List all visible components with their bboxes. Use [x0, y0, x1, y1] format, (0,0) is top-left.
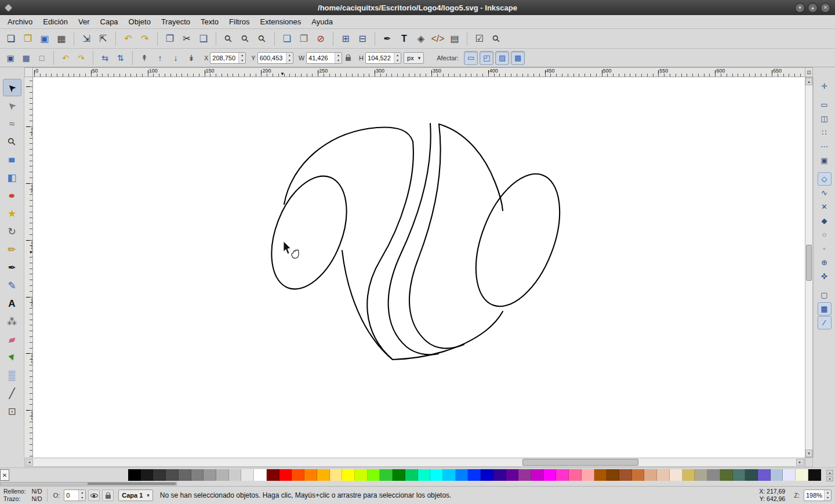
snap-cusp-nodes-toggle[interactable]: ◆: [818, 214, 832, 227]
palette-swatch[interactable]: [808, 469, 821, 481]
canvas[interactable]: [33, 77, 805, 458]
lower-button[interactable]: ↓: [168, 50, 183, 66]
sticky-zoom-button[interactable]: ⊡: [805, 67, 813, 77]
duplicate-button[interactable]: ❏: [279, 31, 295, 47]
palette-swatch[interactable]: [304, 469, 317, 481]
width-spinner[interactable]: ▴▾: [335, 53, 342, 63]
paste-button[interactable]: ❑: [195, 31, 212, 47]
select-all-layers-button[interactable]: ▦: [19, 50, 34, 66]
lock-ratio-button[interactable]: [342, 51, 354, 65]
snap-enable-toggle[interactable]: ✛: [818, 79, 832, 93]
palette-swatch[interactable]: [569, 469, 582, 481]
raise-to-top-button[interactable]: ↟: [137, 50, 152, 66]
zoom-selection-button[interactable]: ⚲: [220, 31, 237, 47]
affect-patterns-toggle[interactable]: ▩: [511, 51, 525, 65]
units-select[interactable]: px ▾: [404, 52, 424, 64]
palette-swatch[interactable]: [153, 469, 166, 481]
horizontal-scrollbar-thumb[interactable]: [522, 459, 638, 466]
tool-selector[interactable]: ➤: [3, 79, 21, 96]
palette-swatch[interactable]: [771, 469, 783, 481]
snap-page-border-toggle[interactable]: ▢: [818, 288, 832, 302]
palette-swatch[interactable]: [355, 469, 368, 481]
palette-swatch[interactable]: [456, 469, 469, 481]
snap-object-centers-toggle[interactable]: ⊕: [818, 256, 832, 269]
palette-swatch[interactable]: [216, 469, 229, 481]
fill-stroke-indicator[interactable]: Relleno: N/D Trazo: N/D: [3, 488, 42, 503]
deselect-button[interactable]: □: [34, 50, 49, 66]
palette-swatch[interactable]: [443, 469, 456, 481]
height-input[interactable]: [366, 55, 394, 61]
palette-swatch[interactable]: [241, 469, 254, 481]
palette-swatch[interactable]: [342, 469, 355, 481]
menu-texto[interactable]: Texto: [195, 16, 224, 28]
tool-spray[interactable]: ⁂: [3, 313, 21, 330]
text-dialog-button[interactable]: T: [396, 31, 412, 47]
palette-swatch[interactable]: [166, 469, 179, 481]
menu-extensiones[interactable]: Extensiones: [255, 16, 306, 28]
ungroup-button[interactable]: ⊟: [354, 31, 371, 47]
cut-button[interactable]: ✂: [179, 31, 195, 47]
opacity-spinner[interactable]: ▴▾: [78, 490, 85, 501]
tool-rectangle[interactable]: ■: [3, 151, 21, 168]
height-field[interactable]: ▴▾: [365, 52, 401, 64]
tool-tweak[interactable]: ≈: [3, 115, 21, 132]
tool-dropper[interactable]: ╱: [3, 385, 21, 402]
menu-filtros[interactable]: Filtros: [224, 16, 255, 28]
palette-swatch[interactable]: [468, 469, 481, 481]
palette-swatch[interactable]: [619, 469, 632, 481]
x-field[interactable]: ▴▾: [210, 52, 246, 64]
palette-scrollbar-thumb[interactable]: [88, 483, 176, 485]
spin-up-icon[interactable]: ▴: [286, 53, 293, 58]
spin-up-icon[interactable]: ▴: [335, 53, 342, 58]
palette-swatch[interactable]: [292, 469, 304, 481]
snap-bbox-corners-toggle[interactable]: ∷: [818, 126, 832, 139]
zoom-spinner[interactable]: ▴▾: [824, 490, 831, 501]
scroll-left-button[interactable]: ◂: [26, 459, 33, 466]
palette-swatch[interactable]: [657, 469, 670, 481]
tool-connector[interactable]: ⊡: [3, 403, 21, 420]
layer-select[interactable]: Capa 1 ▾: [118, 490, 153, 501]
palette-down-button[interactable]: ▾: [826, 476, 833, 481]
window-shade-button[interactable]: ▾: [795, 3, 805, 13]
tool-calligraphy[interactable]: ✎: [3, 277, 21, 294]
rotate-ccw-button[interactable]: ↶: [58, 50, 73, 66]
menu-capa[interactable]: Capa: [95, 16, 124, 28]
spin-down-icon[interactable]: ▾: [394, 58, 401, 63]
palette-swatch[interactable]: [582, 469, 594, 481]
tool-3dbox[interactable]: ◧: [3, 169, 21, 186]
snap-bbox-edges-toggle[interactable]: ◫: [818, 112, 832, 125]
palette-swatch[interactable]: [632, 469, 645, 481]
palette-swatch[interactable]: [330, 469, 343, 481]
spin-up-icon[interactable]: ▴: [394, 53, 401, 58]
logo-drawing[interactable]: [257, 124, 576, 360]
zoom-page-button[interactable]: ⚲: [254, 31, 270, 47]
tool-pencil[interactable]: ✏: [3, 241, 21, 258]
flip-horizontal-button[interactable]: ⇆: [97, 50, 112, 66]
palette-swatch[interactable]: [191, 469, 204, 481]
snap-grid-toggle[interactable]: ▦: [818, 302, 832, 316]
palette-swatch[interactable]: [179, 469, 191, 481]
affect-stroke-toggle[interactable]: ▭: [464, 51, 478, 65]
palette-swatch[interactable]: [317, 469, 330, 481]
tool-text[interactable]: A: [3, 295, 21, 312]
undo-button[interactable]: ↶: [120, 31, 136, 47]
palette-swatch[interactable]: [430, 469, 443, 481]
vertical-ruler[interactable]: ▸ 750700650600550500: [24, 77, 33, 458]
copy-button[interactable]: ❐: [162, 31, 178, 47]
spin-up-icon[interactable]: ▴: [239, 53, 245, 58]
palette-swatch[interactable]: [556, 469, 569, 481]
align-dialog-button[interactable]: ▤: [446, 31, 463, 47]
vertical-scrollbar-thumb[interactable]: [806, 245, 812, 281]
palette-swatch[interactable]: [204, 469, 216, 481]
rotate-cw-button[interactable]: ↷: [74, 50, 89, 66]
select-all-button[interactable]: ▣: [3, 50, 18, 66]
horizontal-ruler[interactable]: ▼ 05010015020025030035040045050055060065…: [33, 67, 805, 77]
palette-swatch[interactable]: [128, 469, 141, 481]
tool-zoom[interactable]: ⚲: [3, 133, 21, 150]
x-input[interactable]: [210, 55, 238, 61]
palette-swatch[interactable]: [707, 469, 720, 481]
y-spinner[interactable]: ▴▾: [286, 53, 293, 63]
window-close-button[interactable]: ✕: [821, 3, 830, 13]
flip-vertical-button[interactable]: ⇅: [113, 50, 128, 66]
palette-swatch[interactable]: [368, 469, 380, 481]
